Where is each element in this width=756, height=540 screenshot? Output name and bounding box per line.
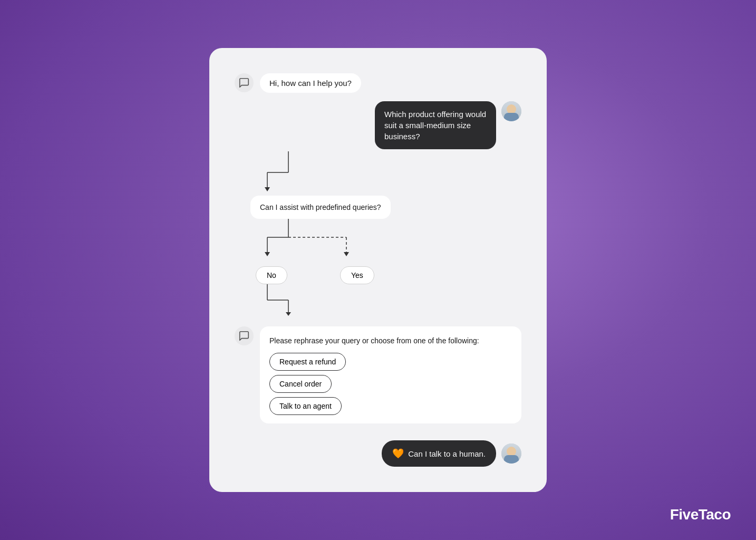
svg-marker-7 [265,252,270,256]
chat-panel: Hi, how can I help you? Which product of… [209,48,547,492]
user-avatar-1 [501,101,521,121]
branch-buttons-row: No Yes [250,266,521,284]
svg-marker-10 [344,252,349,256]
user-message-2-text: Can I talk to a human. [408,449,486,458]
bot-icon-2 [235,326,254,345]
user-message-2-row: 🧡 Can I talk to a human. [235,440,521,467]
greeting-bubble: Hi, how can I help you? [260,73,361,93]
user-avatar-2 [501,443,521,464]
user-emoji: 🧡 [392,448,404,459]
choice-refund[interactable]: Request a refund [269,353,346,371]
choice-cancel[interactable]: Cancel order [269,375,332,393]
yes-button[interactable]: Yes [340,266,374,284]
no-button[interactable]: No [256,266,287,284]
flow-lines-top [262,151,367,194]
choice-agent[interactable]: Talk to an agent [269,397,342,415]
svg-marker-3 [265,187,270,191]
svg-marker-14 [286,312,291,316]
greeting-row: Hi, how can I help you? [235,73,521,93]
user-message-1-row: Which product offering would suit a smal… [235,101,521,149]
flow-lines-no [262,284,304,316]
flow-section: Can I assist with predefined queries? No… [235,151,521,316]
bot-icon [235,73,254,92]
user-bubble-2: 🧡 Can I talk to a human. [382,440,496,467]
flow-lines-branch [262,219,410,272]
rephrase-text: Please rephrase your query or choose fro… [269,335,512,346]
predefined-query-bubble: Can I assist with predefined queries? [250,196,391,219]
user-bubble-1: Which product offering would suit a smal… [375,101,496,149]
rephrase-bubble: Please rephrase your query or choose fro… [260,326,521,423]
rephrase-section: Please rephrase your query or choose fro… [235,326,521,423]
brand-label: FiveTaco [670,506,731,523]
